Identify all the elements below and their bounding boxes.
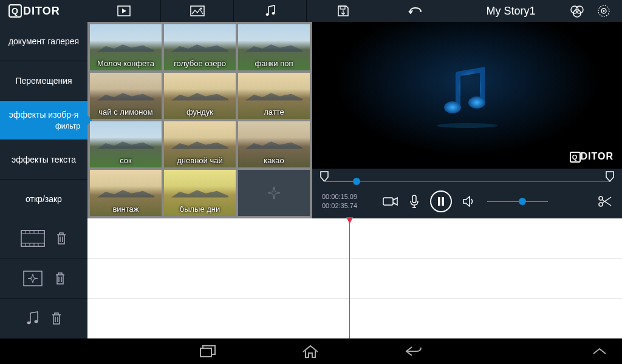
filter-thumb[interactable]: былые дни xyxy=(164,170,236,216)
filter-thumb[interactable]: голубое озеро xyxy=(164,24,236,70)
save-button[interactable] xyxy=(306,0,379,22)
music-placeholder-icon xyxy=(431,59,504,132)
sparkle-icon xyxy=(265,184,282,201)
filter-thumb[interactable]: сок xyxy=(90,121,162,167)
sidebar-label: документ галерея xyxy=(9,36,79,46)
filter-label: какао xyxy=(238,156,310,165)
filter-thumb[interactable]: фанки поп xyxy=(238,24,310,70)
seek-track xyxy=(324,181,610,182)
chevron-up-icon xyxy=(592,347,607,356)
preview-viewport[interactable]: QDITOR xyxy=(312,22,622,169)
svg-rect-1 xyxy=(191,6,204,16)
playhead[interactable] xyxy=(349,218,350,339)
filter-custom-add[interactable] xyxy=(238,170,310,216)
sidebar-item-transitions[interactable]: Перемещения xyxy=(0,61,87,100)
delete-video-track-button[interactable] xyxy=(56,232,67,245)
sidebar-label: эффекты изобр-я xyxy=(9,110,79,120)
filter-grid: Молоч конфета голубое озеро фанки поп ча… xyxy=(87,22,312,218)
delete-audio-track-button[interactable] xyxy=(51,312,62,325)
nav-back-button[interactable] xyxy=(405,345,423,357)
filmstrip-icon xyxy=(21,230,45,247)
app-root: QDITOR My Story1 xyxy=(0,0,622,364)
image-icon xyxy=(190,5,205,16)
preview-panel: QDITOR 00:00:15.09 00:02:35.74 xyxy=(312,22,622,218)
trash-icon xyxy=(55,272,66,285)
home-icon xyxy=(301,344,320,359)
filter-label: фанки поп xyxy=(238,59,310,68)
system-navbar xyxy=(0,339,622,364)
filter-label: фундук xyxy=(164,107,236,116)
track-head-video xyxy=(0,218,87,258)
timeline-row-effects[interactable] xyxy=(87,258,622,298)
volume-button[interactable] xyxy=(463,196,476,207)
gear-icon xyxy=(596,4,611,18)
seek-slider[interactable] xyxy=(322,172,612,188)
logo-q-icon: Q xyxy=(9,4,22,18)
timeline-row-video[interactable] xyxy=(87,218,622,258)
delete-effects-track-button[interactable] xyxy=(55,272,66,285)
svg-point-12 xyxy=(444,101,461,113)
filter-thumb[interactable]: дневной чай xyxy=(164,121,236,167)
scissors-icon xyxy=(598,195,612,207)
volume-track xyxy=(487,201,548,202)
undo-button[interactable] xyxy=(379,0,452,22)
track-head-audio xyxy=(0,298,87,339)
sidebar-label: Перемещения xyxy=(15,76,72,86)
colorwheel-icon xyxy=(570,4,584,18)
svg-point-13 xyxy=(468,96,485,109)
nav-recent-button[interactable] xyxy=(199,344,216,359)
sidebar-item-image-effects[interactable]: эффекты изобр-я фильтр xyxy=(0,100,87,140)
nav-home-button[interactable] xyxy=(301,344,320,359)
camera-icon xyxy=(383,196,398,207)
filter-thumb[interactable]: латте xyxy=(238,73,310,119)
trim-end-marker[interactable] xyxy=(606,171,614,182)
camera-button[interactable] xyxy=(383,196,398,207)
topbar-left-icons xyxy=(87,0,452,22)
filter-label: винтаж xyxy=(90,204,162,214)
timeline-tracks[interactable] xyxy=(87,218,622,339)
watermark-q-icon: Q xyxy=(570,152,581,163)
time-display: 00:00:15.09 00:02:35.74 xyxy=(322,192,372,211)
filter-thumb[interactable]: винтаж xyxy=(90,170,162,216)
filter-thumb[interactable]: какао xyxy=(238,121,310,167)
sidebar-label: откр/закр xyxy=(26,194,62,204)
colorwheel-button[interactable] xyxy=(570,4,584,18)
mic-icon xyxy=(409,195,419,208)
topbar: QDITOR My Story1 xyxy=(0,0,622,22)
image-tab[interactable] xyxy=(160,0,233,22)
preview-controls: 00:00:15.09 00:02:35.74 xyxy=(312,169,622,218)
volume-thumb[interactable] xyxy=(519,198,526,205)
seek-thumb[interactable] xyxy=(353,178,360,185)
volume-slider[interactable] xyxy=(487,195,548,207)
svg-rect-18 xyxy=(442,197,445,206)
settings-button[interactable] xyxy=(596,4,611,18)
sidebar-item-gallery[interactable]: документ галерея xyxy=(0,22,87,61)
sidebar-sublabel: фильтр xyxy=(2,122,85,130)
svg-point-14 xyxy=(437,123,497,128)
nav-expand-button[interactable] xyxy=(592,347,607,356)
sidebar-item-text-effects[interactable]: эффекты текста xyxy=(0,140,87,179)
svg-point-4 xyxy=(272,12,275,15)
main-area: документ галерея Перемещения эффекты изо… xyxy=(0,22,622,218)
filter-thumb[interactable]: Молоч конфета xyxy=(90,24,162,70)
play-pause-button[interactable] xyxy=(430,190,452,212)
filter-thumb[interactable]: фундук xyxy=(164,73,236,119)
trash-icon xyxy=(56,232,67,245)
svg-rect-21 xyxy=(21,231,44,246)
music-tab[interactable] xyxy=(233,0,306,22)
svg-point-33 xyxy=(27,322,31,325)
sidebar-item-openclose[interactable]: откр/закр xyxy=(0,179,87,218)
timeline-row-audio[interactable] xyxy=(87,298,622,339)
filter-thumb[interactable]: чай с лимоном xyxy=(90,73,162,119)
filter-label: голубое озеро xyxy=(164,59,236,68)
svg-point-34 xyxy=(35,320,38,323)
control-row: 00:00:15.09 00:02:35.74 xyxy=(322,188,612,215)
play-tab[interactable] xyxy=(87,0,160,22)
mic-button[interactable] xyxy=(409,195,419,208)
cut-button[interactable] xyxy=(598,195,612,207)
svg-point-2 xyxy=(200,8,202,10)
recent-apps-icon xyxy=(199,344,216,359)
sidebar: документ галерея Перемещения эффекты изо… xyxy=(0,22,87,218)
timeline xyxy=(0,218,622,339)
speaker-icon xyxy=(463,196,476,207)
